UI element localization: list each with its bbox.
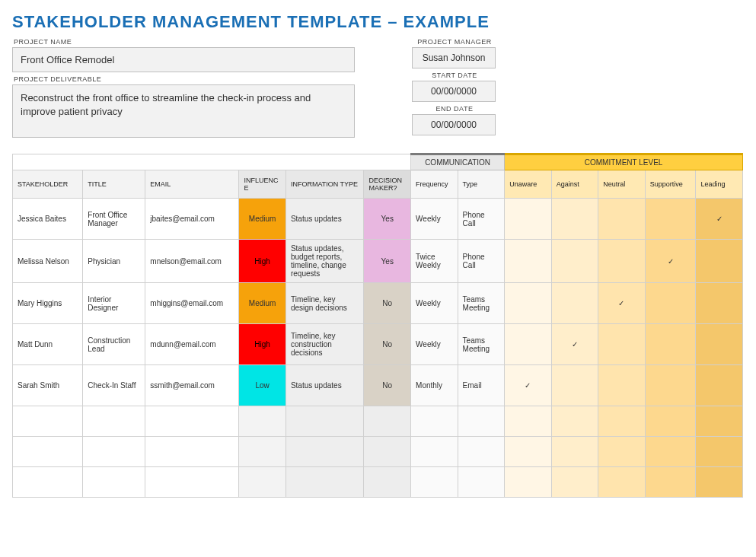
title-cell[interactable]: Physician	[83, 240, 145, 283]
empty-cell[interactable]	[696, 406, 743, 437]
type-cell[interactable]: Phone Call	[458, 199, 505, 240]
empty-cell[interactable]	[411, 437, 458, 467]
title-cell[interactable]: Construction Lead	[83, 324, 145, 365]
empty-cell[interactable]	[551, 467, 598, 498]
info-type-cell[interactable]: Timeline, key design decisions	[285, 283, 364, 324]
end-date-field[interactable]: 00/00/0000	[412, 114, 496, 135]
empty-cell[interactable]	[239, 437, 286, 467]
empty-cell[interactable]	[145, 437, 239, 467]
stakeholder-cell[interactable]: Matt Dunn	[13, 324, 83, 365]
start-date-field[interactable]: 00/00/0000	[412, 81, 496, 102]
frequency-cell[interactable]: Monthly	[411, 365, 458, 406]
project-name-field[interactable]: Front Office Remodel	[12, 47, 355, 72]
commitment-against-cell[interactable]: ✓	[551, 324, 598, 365]
commitment-leading-cell[interactable]	[696, 365, 743, 406]
decision-cell[interactable]: No	[364, 283, 411, 324]
empty-cell[interactable]	[458, 437, 505, 467]
empty-cell[interactable]	[551, 406, 598, 437]
commitment-unaware-cell[interactable]	[505, 199, 552, 240]
email-cell[interactable]: mdunn@email.com	[145, 324, 239, 365]
decision-cell[interactable]: Yes	[364, 199, 411, 240]
info-type-cell[interactable]: Status updates	[285, 365, 364, 406]
commitment-against-cell[interactable]	[551, 199, 598, 240]
empty-cell[interactable]	[83, 467, 145, 498]
commitment-leading-cell[interactable]	[696, 240, 743, 283]
empty-cell[interactable]	[364, 467, 411, 498]
influence-cell[interactable]: High	[239, 324, 286, 365]
commitment-neutral-cell[interactable]	[598, 199, 646, 240]
commitment-unaware-cell[interactable]: ✓	[505, 365, 552, 406]
frequency-cell[interactable]: Weekly	[411, 283, 458, 324]
empty-cell[interactable]	[364, 437, 411, 467]
commitment-against-cell[interactable]	[551, 240, 598, 283]
stakeholder-cell[interactable]: Sarah Smith	[13, 365, 83, 406]
influence-cell[interactable]: High	[239, 240, 286, 283]
project-deliverable-field[interactable]: Reconstruct the front office to streamli…	[12, 84, 355, 138]
commitment-against-cell[interactable]	[551, 283, 598, 324]
empty-cell[interactable]	[598, 406, 646, 437]
email-cell[interactable]: jbaites@email.com	[145, 199, 239, 240]
stakeholder-cell[interactable]: Mary Higgins	[13, 283, 83, 324]
empty-cell[interactable]	[13, 406, 83, 437]
frequency-cell[interactable]: Twice Weekly	[411, 240, 458, 283]
empty-cell[interactable]	[364, 406, 411, 437]
empty-cell[interactable]	[458, 467, 505, 498]
email-cell[interactable]: mhiggins@email.com	[145, 283, 239, 324]
type-cell[interactable]: Teams Meeting	[458, 324, 505, 365]
influence-cell[interactable]: Medium	[239, 283, 286, 324]
commitment-unaware-cell[interactable]	[505, 324, 552, 365]
empty-cell[interactable]	[505, 437, 552, 467]
empty-cell[interactable]	[411, 467, 458, 498]
influence-cell[interactable]: Medium	[239, 199, 286, 240]
type-cell[interactable]: Email	[458, 365, 505, 406]
info-type-cell[interactable]: Status updates	[285, 199, 364, 240]
commitment-unaware-cell[interactable]	[505, 283, 552, 324]
title-cell[interactable]: Check-In Staff	[83, 365, 145, 406]
email-cell[interactable]: mnelson@email.com	[145, 240, 239, 283]
commitment-neutral-cell[interactable]	[598, 240, 646, 283]
empty-cell[interactable]	[505, 467, 552, 498]
empty-cell[interactable]	[551, 437, 598, 467]
stakeholder-cell[interactable]: Jessica Baites	[13, 199, 83, 240]
empty-cell[interactable]	[696, 437, 743, 467]
empty-cell[interactable]	[696, 467, 743, 498]
empty-cell[interactable]	[83, 406, 145, 437]
decision-cell[interactable]: No	[364, 365, 411, 406]
empty-cell[interactable]	[239, 467, 286, 498]
influence-cell[interactable]: Low	[239, 365, 286, 406]
empty-cell[interactable]	[145, 406, 239, 437]
commitment-supportive-cell[interactable]	[645, 324, 696, 365]
project-manager-field[interactable]: Susan Johnson	[412, 47, 496, 68]
empty-cell[interactable]	[145, 467, 239, 498]
empty-cell[interactable]	[645, 406, 696, 437]
commitment-supportive-cell[interactable]: ✓	[645, 240, 696, 283]
empty-cell[interactable]	[645, 467, 696, 498]
info-type-cell[interactable]: Timeline, key construction decisions	[285, 324, 364, 365]
frequency-cell[interactable]: Weekly	[411, 199, 458, 240]
email-cell[interactable]: ssmith@email.com	[145, 365, 239, 406]
decision-cell[interactable]: Yes	[364, 240, 411, 283]
commitment-supportive-cell[interactable]	[645, 199, 696, 240]
commitment-leading-cell[interactable]	[696, 324, 743, 365]
empty-cell[interactable]	[645, 437, 696, 467]
commitment-neutral-cell[interactable]: ✓	[598, 283, 646, 324]
empty-cell[interactable]	[13, 437, 83, 467]
commitment-neutral-cell[interactable]	[598, 324, 646, 365]
title-cell[interactable]: Front Office Manager	[83, 199, 145, 240]
commitment-unaware-cell[interactable]	[505, 240, 552, 283]
commitment-leading-cell[interactable]: ✓	[696, 199, 743, 240]
commitment-supportive-cell[interactable]	[645, 365, 696, 406]
empty-cell[interactable]	[285, 406, 364, 437]
commitment-neutral-cell[interactable]	[598, 365, 646, 406]
info-type-cell[interactable]: Status updates, budget reports, timeline…	[285, 240, 364, 283]
empty-cell[interactable]	[83, 437, 145, 467]
empty-cell[interactable]	[458, 406, 505, 437]
commitment-leading-cell[interactable]	[696, 283, 743, 324]
empty-cell[interactable]	[411, 406, 458, 437]
decision-cell[interactable]: No	[364, 324, 411, 365]
empty-cell[interactable]	[13, 467, 83, 498]
stakeholder-cell[interactable]: Melissa Nelson	[13, 240, 83, 283]
empty-cell[interactable]	[285, 467, 364, 498]
frequency-cell[interactable]: Weekly	[411, 324, 458, 365]
title-cell[interactable]: Interior Designer	[83, 283, 145, 324]
